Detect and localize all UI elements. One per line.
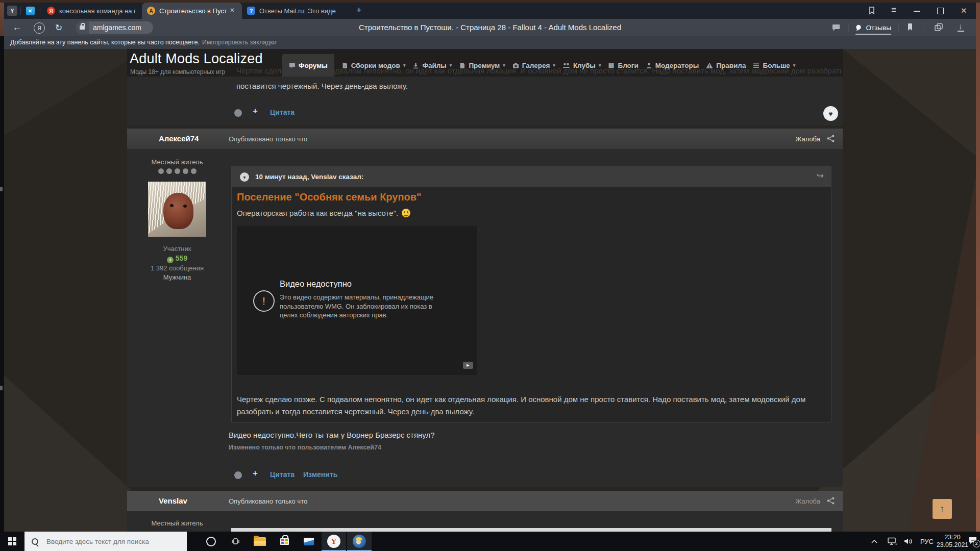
nav-item-rules[interactable]: Правила <box>706 62 746 69</box>
react-icon[interactable] <box>234 471 242 479</box>
bg-facet <box>843 49 976 156</box>
user-group: Участник <box>127 245 227 253</box>
share-icon[interactable] <box>827 135 835 142</box>
browser-logo-button[interactable]: Y <box>7 6 17 16</box>
yandex-services-button[interactable]: Я <box>34 22 45 34</box>
download-button[interactable]: ↓ <box>957 21 965 32</box>
language-indicator[interactable]: РУС <box>917 532 937 551</box>
address-bar[interactable]: amlgames.com <box>76 21 153 34</box>
nav-label: Форумы <box>299 62 328 69</box>
nav-item-files[interactable]: Файлы ▾ <box>412 62 452 69</box>
side-panel-icon[interactable] <box>868 6 876 17</box>
nav-item-clubs[interactable]: Клубы ▾ <box>562 62 601 69</box>
bookmark-button[interactable] <box>906 23 914 34</box>
nav-label: Модераторы <box>655 62 699 69</box>
tab-1[interactable]: Я консольная команда на в <box>43 3 141 19</box>
nav-item-blogs[interactable]: Блоги <box>608 62 638 69</box>
goto-quoted-post-icon[interactable]: ↪ <box>817 170 824 181</box>
start-button[interactable] <box>0 532 24 551</box>
cortana-button[interactable] <box>199 532 223 551</box>
nav-item-modpacks[interactable]: Сборки модов ▾ <box>341 62 406 69</box>
warning-icon <box>706 62 713 69</box>
tab-2-active[interactable]: A Строительство в Пусто ✕ <box>142 3 242 19</box>
a-glyph: A <box>149 8 153 14</box>
bookmarks-hint: Добавляйте на эту панель сайты, которые … <box>10 39 200 46</box>
nav-item-more[interactable]: Больше ▾ <box>753 62 795 69</box>
quote-link[interactable]: Цитата <box>270 108 295 116</box>
edit-link[interactable]: Изменить <box>303 470 337 479</box>
task-view-button[interactable] <box>224 532 247 551</box>
question-glyph: ? <box>250 8 253 14</box>
reviews-button[interactable]: Отзывы <box>855 23 893 35</box>
tab-close-icon[interactable]: ✕ <box>230 7 235 14</box>
collapse-chevron-icon[interactable]: ▾ <box>240 172 249 182</box>
scrollbar-thumb[interactable] <box>976 434 979 480</box>
screen: Y ✕ Я консольная команда на в A Строител… <box>0 0 980 551</box>
caret-down-icon: ▾ <box>553 63 555 68</box>
bookmarks-import-link[interactable]: Импортировать закладки <box>202 39 277 46</box>
avatar[interactable] <box>148 182 206 237</box>
nav-label: Больше <box>763 62 790 69</box>
action-center-button[interactable]: 2 <box>966 532 980 551</box>
video-embed[interactable]: ! Видео недоступно Это видео содержит ма… <box>237 226 477 375</box>
nav-item-premium[interactable]: Премиум ▾ <box>459 62 505 69</box>
quote-title-link[interactable]: Поселение "Особняк семьи Крупов" <box>237 191 422 203</box>
mail-button[interactable] <box>297 532 321 551</box>
quote-header[interactable]: ▾ 10 минут назад, Venslav сказал: ↪ <box>232 167 831 187</box>
report-link[interactable]: Жалоба <box>795 497 820 505</box>
ya-glyph: Я <box>49 8 53 14</box>
up-arrow-icon: ↑ <box>940 504 945 515</box>
microsoft-store-button[interactable] <box>273 532 296 551</box>
nav-item-gallery[interactable]: Галерея ▾ <box>512 62 555 69</box>
rank-pips <box>146 168 208 174</box>
clock-time: 23:20 <box>944 534 960 541</box>
bg-facet <box>4 49 147 136</box>
volume-tray-icon[interactable] <box>900 532 916 551</box>
nav-label: Правила <box>716 62 746 69</box>
tab-3[interactable]: ? Ответы Mail.ru: Это виде <box>243 3 345 19</box>
react-icon[interactable] <box>234 109 242 117</box>
youtube-logo-icon[interactable]: ▶ <box>463 362 473 369</box>
window-minimize-button[interactable] <box>914 6 920 12</box>
multiquote-button[interactable]: + <box>253 468 258 479</box>
download-icon <box>412 62 419 69</box>
fallout-app-button[interactable] <box>347 532 372 551</box>
like-button[interactable]: ♥ <box>823 106 838 121</box>
file-explorer-button[interactable] <box>248 532 272 551</box>
report-link[interactable]: Жалоба <box>795 135 820 143</box>
window-close-button[interactable]: ✕ <box>961 6 967 15</box>
back-button[interactable]: ← <box>12 22 22 33</box>
yandex-browser-button[interactable]: Y <box>322 532 346 551</box>
user-gender: Мужчина <box>127 273 227 281</box>
site-title[interactable]: Adult Mods Localized <box>130 51 263 67</box>
multiquote-button[interactable]: + <box>253 106 258 116</box>
tray-expand-button[interactable] <box>868 532 881 551</box>
pinned-tab[interactable]: ✕ <box>24 6 36 16</box>
collections-button[interactable] <box>934 23 943 34</box>
search-input[interactable] <box>45 537 180 546</box>
new-tab-button[interactable]: + <box>356 5 362 16</box>
mailru-favicon: ? <box>247 7 255 15</box>
divider <box>20 7 21 15</box>
quote-link[interactable]: Цитата <box>270 470 295 479</box>
user-rank: Местный житель <box>127 158 227 166</box>
network-tray-icon[interactable] <box>885 532 899 551</box>
user-icon <box>646 62 652 69</box>
browser-menu-button[interactable]: ≡ <box>891 6 896 15</box>
taskbar-search[interactable] <box>24 532 187 551</box>
window-maximize-button[interactable] <box>937 8 944 14</box>
users-icon <box>562 62 570 69</box>
book-icon <box>608 62 615 69</box>
chat-button[interactable] <box>832 24 841 34</box>
scroll-to-top-button[interactable]: ↑ <box>933 499 952 519</box>
share-icon[interactable] <box>827 497 835 505</box>
yandex-browser-icon: Y <box>327 535 340 548</box>
avatar-face <box>163 193 193 229</box>
clock[interactable]: 23:20 23.05.2021 <box>937 532 968 551</box>
nav-item-forums[interactable]: Форумы <box>282 54 334 77</box>
post-author[interactable]: Venslav <box>159 496 187 505</box>
post-author[interactable]: Алексей74 <box>159 134 199 143</box>
ssl-lock-badge[interactable] <box>76 21 89 34</box>
nav-item-moderators[interactable]: Модераторы <box>646 62 699 69</box>
refresh-button[interactable]: ↻ <box>55 22 62 33</box>
